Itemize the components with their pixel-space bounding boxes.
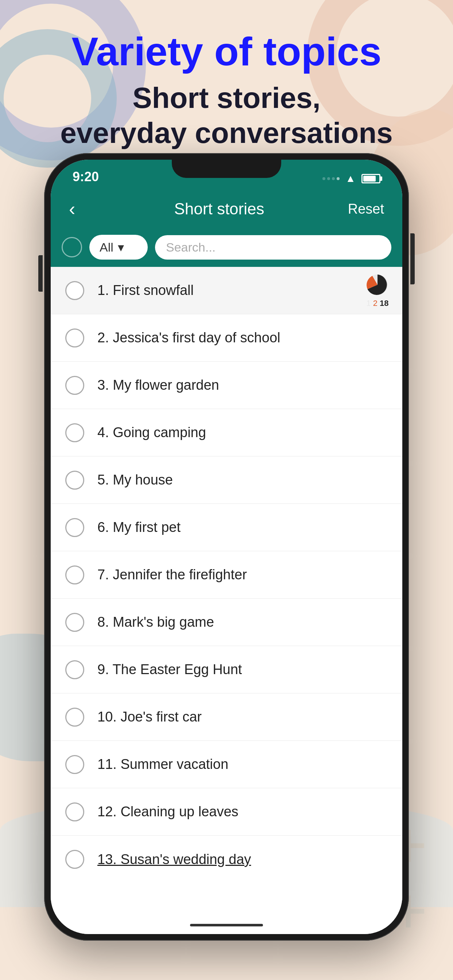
pie-label-3: 18 bbox=[380, 299, 388, 308]
list-item[interactable]: 7. Jennifer the firefighter bbox=[51, 551, 402, 599]
story-title: 11. Summer vacation bbox=[97, 757, 388, 772]
radio-button[interactable] bbox=[65, 850, 84, 869]
list-item[interactable]: 10. Joe's first car bbox=[51, 694, 402, 741]
battery-icon bbox=[362, 174, 380, 183]
radio-button[interactable] bbox=[65, 281, 84, 300]
story-progress-chart: 1 2 18 bbox=[366, 273, 389, 308]
phone-notch bbox=[172, 160, 281, 178]
page-subtitle: Short stories, everyday conversations bbox=[29, 81, 424, 151]
story-title: 10. Joe's first car bbox=[97, 709, 388, 725]
list-item[interactable]: 5. My house bbox=[51, 457, 402, 504]
filter-dropdown[interactable]: All ▾ bbox=[89, 235, 148, 259]
search-placeholder: Search... bbox=[166, 240, 215, 254]
list-item[interactable]: 1. First snowfall bbox=[51, 267, 402, 314]
radio-button[interactable] bbox=[65, 328, 84, 347]
radio-button[interactable] bbox=[65, 613, 84, 632]
pie-chart-svg bbox=[366, 273, 389, 296]
story-title: 2. Jessica's first day of school bbox=[97, 330, 388, 345]
filter-bar: All ▾ Search... bbox=[51, 229, 402, 267]
phone-container: 9:20 ▲ ‹ Short stories bbox=[44, 153, 409, 940]
list-item[interactable]: 9. The Easter Egg Hunt bbox=[51, 646, 402, 694]
story-title: 4. Going camping bbox=[97, 425, 388, 441]
radio-button[interactable] bbox=[65, 660, 84, 679]
pie-label-2: 2 bbox=[373, 299, 378, 308]
filter-all-circle[interactable] bbox=[62, 237, 82, 258]
status-icons: ▲ bbox=[322, 173, 380, 185]
home-bar bbox=[190, 924, 263, 926]
list-item[interactable]: 3. My flower garden bbox=[51, 362, 402, 409]
radio-button[interactable] bbox=[65, 708, 84, 727]
list-item[interactable]: 11. Summer vacation bbox=[51, 741, 402, 788]
chevron-down-icon: ▾ bbox=[118, 240, 124, 255]
search-input[interactable]: Search... bbox=[155, 235, 391, 259]
list-item[interactable]: 8. Mark's big game bbox=[51, 599, 402, 646]
radio-button[interactable] bbox=[65, 376, 84, 395]
status-time: 9:20 bbox=[73, 169, 99, 185]
pie-chart-labels: 1 2 18 bbox=[367, 299, 389, 308]
story-list: 1. First snowfall bbox=[51, 267, 402, 916]
story-title: 7. Jennifer the firefighter bbox=[97, 567, 388, 582]
story-title: 3. My flower garden bbox=[97, 377, 388, 393]
reset-button[interactable]: Reset bbox=[340, 201, 384, 217]
wifi-icon: ▲ bbox=[345, 173, 356, 185]
nav-bar: ‹ Short stories Reset bbox=[51, 189, 402, 229]
list-item[interactable]: 13. Susan's wedding day bbox=[51, 835, 402, 883]
story-title: 12. Cleaning up leaves bbox=[97, 804, 388, 819]
list-item[interactable]: 4. Going camping bbox=[51, 409, 402, 457]
phone-screen: 9:20 ▲ ‹ Short stories bbox=[51, 160, 402, 934]
radio-button[interactable] bbox=[65, 518, 84, 537]
story-title: 9. The Easter Egg Hunt bbox=[97, 662, 388, 678]
phone-frame: 9:20 ▲ ‹ Short stories bbox=[44, 153, 409, 940]
back-button[interactable]: ‹ bbox=[69, 198, 98, 220]
list-item[interactable]: 12. Cleaning up leaves bbox=[51, 788, 402, 835]
list-item[interactable]: 6. My first pet bbox=[51, 504, 402, 551]
story-title: 1. First snowfall bbox=[97, 283, 388, 298]
story-title: 6. My first pet bbox=[97, 520, 388, 535]
story-title: 8. Mark's big game bbox=[97, 614, 388, 630]
nav-title: Short stories bbox=[98, 200, 340, 218]
radio-button[interactable] bbox=[65, 802, 84, 821]
signal-icon bbox=[322, 177, 340, 180]
radio-button[interactable] bbox=[65, 471, 84, 490]
story-title: 5. My house bbox=[97, 472, 388, 488]
radio-button[interactable] bbox=[65, 565, 84, 584]
pie-label-1: 1 bbox=[367, 299, 371, 308]
page-header: Variety of topics Short stories, everyda… bbox=[0, 29, 453, 151]
list-item[interactable]: 2. Jessica's first day of school bbox=[51, 314, 402, 362]
page-title-line1: Variety of topics bbox=[29, 29, 424, 73]
story-title: 13. Susan's wedding day bbox=[97, 852, 388, 867]
filter-dropdown-label: All bbox=[100, 240, 113, 255]
radio-button[interactable] bbox=[65, 755, 84, 774]
radio-button[interactable] bbox=[65, 423, 84, 442]
home-indicator bbox=[51, 916, 402, 934]
